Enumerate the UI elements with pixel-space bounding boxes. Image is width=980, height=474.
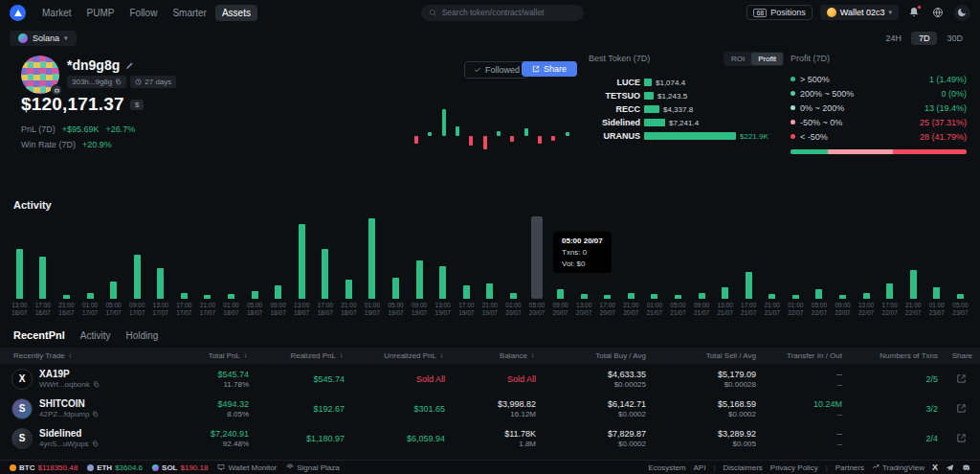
- activity-bar-slot[interactable]: [455, 216, 479, 299]
- activity-bar-slot[interactable]: [831, 216, 855, 299]
- activity-bar-slot[interactable]: [902, 216, 925, 299]
- footer-ticker-sol[interactable]: SOL$190.18: [152, 463, 208, 472]
- activity-bar-slot[interactable]: [78, 216, 102, 299]
- wallet-selector[interactable]: Wallet 02c3 ▾: [820, 5, 899, 20]
- activity-bar-slot[interactable]: [878, 216, 902, 299]
- activity-bar-slot[interactable]: [384, 216, 408, 299]
- activity-bar-slot[interactable]: [808, 216, 832, 299]
- column-header-share[interactable]: Share: [946, 351, 980, 360]
- edit-name-icon[interactable]: [125, 61, 134, 70]
- column-header-total-pnl[interactable]: Total PnL: [161, 351, 256, 360]
- toggle-roi[interactable]: ROI: [724, 53, 751, 65]
- best-token-row[interactable]: LUCE$1,074.4: [589, 76, 790, 89]
- activity-bar-slot[interactable]: [290, 216, 314, 299]
- column-header-unrealized-pnl[interactable]: Unrealized PnL: [352, 351, 453, 360]
- wallet-address-badge[interactable]: 303h...9g8g: [67, 76, 126, 88]
- toggle-profit[interactable]: Profit: [751, 53, 783, 65]
- sort-icon[interactable]: [438, 352, 445, 359]
- sort-icon[interactable]: [242, 352, 249, 359]
- activity-bar-slot[interactable]: [855, 216, 879, 299]
- activity-bar-slot[interactable]: [431, 216, 455, 299]
- best-token-row[interactable]: Sidelined$7,241.4: [589, 116, 790, 129]
- activity-bar-slot[interactable]: [125, 216, 149, 299]
- follow-button[interactable]: Followed: [464, 61, 529, 79]
- column-header-balance[interactable]: Balance: [453, 351, 544, 360]
- activity-bar-slot[interactable]: [8, 216, 32, 299]
- activity-bar-slot[interactable]: [619, 216, 643, 299]
- token-name[interactable]: XA19P: [39, 369, 100, 379]
- currency-badge[interactable]: $: [130, 100, 144, 110]
- activity-bar-slot[interactable]: [713, 216, 737, 299]
- discord-link[interactable]: [962, 463, 970, 472]
- activity-bar-slot[interactable]: [361, 216, 385, 299]
- activity-bar-slot[interactable]: [408, 216, 432, 299]
- range-24h[interactable]: 24H: [878, 32, 909, 45]
- range-30d[interactable]: 30D: [939, 32, 970, 45]
- footer-link-api[interactable]: API: [694, 463, 706, 472]
- best-token-row[interactable]: URANUS$221.9K: [589, 129, 790, 143]
- token-address[interactable]: WWrf...oqbonk: [39, 380, 100, 389]
- token-name[interactable]: Sidelined: [39, 428, 99, 439]
- column-header-numbers-of-txns[interactable]: Numbers of Txns: [850, 351, 946, 360]
- activity-bar-slot[interactable]: [690, 216, 714, 299]
- column-header-transfer-in-out[interactable]: Transfer In / Out: [764, 351, 850, 360]
- footer-link-privacy-policy[interactable]: Privacy Policy: [770, 463, 818, 472]
- activity-bar-slot[interactable]: [337, 216, 361, 299]
- footer-link-disclaimers[interactable]: Disclaimers: [724, 463, 763, 472]
- column-header-recently-trade[interactable]: Recently Trade: [0, 351, 161, 360]
- activity-bar-slot[interactable]: [737, 216, 761, 299]
- token-address[interactable]: 42PZ...fdpump: [39, 410, 99, 418]
- language-button[interactable]: [930, 5, 947, 21]
- footer-link-ecosystem[interactable]: Ecosystem: [648, 463, 685, 472]
- chain-selector[interactable]: Solana ▾: [10, 31, 77, 46]
- column-header-total-sell-avg[interactable]: Total Sell / Avg: [654, 351, 764, 360]
- column-header-total-buy-avg[interactable]: Total Buy / Avg: [544, 351, 654, 360]
- theme-toggle[interactable]: [954, 5, 970, 21]
- activity-bar-slot[interactable]: [761, 216, 785, 299]
- copy-icon[interactable]: [92, 440, 99, 447]
- share-row-icon[interactable]: [956, 373, 967, 384]
- sort-icon[interactable]: [338, 352, 345, 359]
- footer-link-partners[interactable]: Partners: [835, 463, 864, 472]
- table-row[interactable]: XXA19PWWrf...oqbonk$545.7411.78%$545.74S…: [0, 364, 980, 394]
- activity-bar-slot[interactable]: [501, 216, 525, 299]
- sort-icon[interactable]: [529, 352, 536, 359]
- activity-bar-slot[interactable]: [525, 216, 549, 299]
- tab-recentpnl[interactable]: RecentPnl: [13, 329, 65, 341]
- table-row[interactable]: SSidelined4ynS...uWjups$7,240.9192.48%$1…: [0, 423, 980, 453]
- share-row-icon[interactable]: [956, 433, 967, 443]
- best-token-row[interactable]: TETSUO$1,243.5: [589, 89, 790, 102]
- best-token-row[interactable]: RECC$4,337.8: [589, 102, 790, 116]
- telegram-link[interactable]: [946, 463, 954, 472]
- nav-item-follow[interactable]: Follow: [122, 5, 164, 21]
- activity-bar-slot[interactable]: [148, 216, 172, 299]
- activity-bar-slot[interactable]: [243, 216, 267, 299]
- notifications-button[interactable]: [906, 5, 923, 21]
- search-input[interactable]: [442, 8, 576, 17]
- share-row-icon[interactable]: [956, 403, 967, 414]
- positions-button[interactable]: 68 Positions: [746, 5, 812, 20]
- table-row[interactable]: SSHITCOIN42PZ...fdpump$494.328.05%$192.6…: [0, 394, 980, 423]
- copy-icon[interactable]: [93, 381, 100, 388]
- share-button[interactable]: Share: [522, 61, 577, 77]
- nav-item-pump[interactable]: PUMP: [80, 5, 122, 21]
- tab-holding[interactable]: Holding: [125, 330, 158, 341]
- token-name[interactable]: SHITCOIN: [39, 398, 99, 409]
- copy-icon[interactable]: [92, 411, 99, 418]
- activity-bar-slot[interactable]: [479, 216, 502, 299]
- footer-ticker-eth[interactable]: ETH$3604.6: [87, 463, 143, 472]
- nav-item-assets[interactable]: Assets: [215, 5, 257, 21]
- footer-tool-wallet-monitor[interactable]: Wallet Monitor: [217, 463, 277, 472]
- activity-bar-slot[interactable]: [172, 216, 196, 299]
- nav-item-market[interactable]: Market: [35, 5, 78, 21]
- sort-icon[interactable]: [67, 352, 74, 359]
- activity-bar-slot[interactable]: [314, 216, 338, 299]
- token-address[interactable]: 4ynS...uWjups: [39, 440, 99, 448]
- range-7d[interactable]: 7D: [911, 32, 938, 45]
- search-box[interactable]: [421, 5, 584, 21]
- footer-ticker-btc[interactable]: BTC$118350.48: [10, 463, 78, 472]
- activity-bar-slot[interactable]: [55, 216, 78, 299]
- activity-bar-slot[interactable]: [948, 216, 972, 299]
- footer-tool-signal-plaza[interactable]: Signal Plaza: [286, 463, 339, 472]
- activity-bar-slot[interactable]: [219, 216, 243, 299]
